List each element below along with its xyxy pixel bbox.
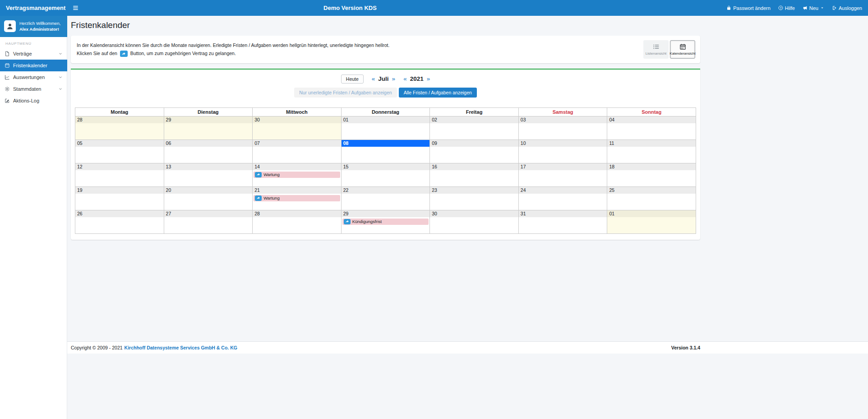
calendar-icon: [5, 63, 10, 68]
sidebar-item-fristenkalender[interactable]: Fristenkalender: [0, 60, 67, 71]
calendar-day-cell-20: 20: [164, 186, 253, 210]
day-number: 10: [519, 140, 607, 147]
weekday-header-montag: Montag: [75, 107, 164, 116]
calendar-day-cell-10: 10: [518, 140, 607, 163]
sidebar-item-label: Auswertungen: [13, 74, 45, 80]
goto-contract-button[interactable]: [255, 172, 262, 177]
calendar-panel: Heute « Juli » « 2021 » Nur unerledigte …: [71, 69, 700, 240]
next-month-arrow[interactable]: »: [392, 75, 396, 82]
year-label: 2021: [410, 75, 424, 82]
topbar-action-label: Passwort ändern: [733, 5, 771, 11]
calendar-day-cell-25: 25: [607, 186, 696, 210]
day-number: 28: [253, 210, 341, 217]
calendar-view-button[interactable]: Kalenderansicht: [670, 40, 695, 59]
day-number: 01: [342, 116, 430, 123]
day-number: 15: [342, 163, 430, 170]
day-number: 26: [75, 210, 164, 217]
day-number: 02: [430, 116, 518, 123]
calendar-event: Wartung: [254, 172, 340, 178]
topbar-action-ausloggen[interactable]: Ausloggen: [832, 5, 862, 11]
sidebar-item-vertraege[interactable]: Verträge: [0, 48, 67, 60]
sidebar-section-label: HAUPTMENÜ: [0, 37, 67, 48]
content-container: Fristenkalender In der Kalenderansicht k…: [71, 20, 700, 240]
sidebar-item-label: Verträge: [13, 51, 32, 56]
next-year-arrow[interactable]: »: [427, 75, 430, 82]
list-view-button[interactable]: Listenansicht: [643, 40, 669, 59]
goto-contract-button[interactable]: [255, 196, 262, 201]
day-number: 17: [519, 163, 607, 170]
info-line-2-prefix: Klicken Sie auf den: [77, 51, 117, 56]
info-line-1: In der Kalenderansicht können Sie durch …: [77, 42, 694, 49]
day-number: 12: [75, 163, 164, 170]
help-icon: ?: [778, 5, 783, 10]
goto-contract-button[interactable]: [344, 219, 351, 224]
company-link[interactable]: Kirchhoff Datensysteme Services GmbH & C…: [125, 345, 237, 350]
month-nav: « Juli »: [372, 75, 395, 82]
topbar-action-neu[interactable]: Neu: [803, 5, 824, 11]
day-number: 30: [253, 116, 341, 123]
day-number: 16: [430, 163, 518, 170]
day-number: 11: [607, 140, 696, 147]
info-line-2: Klicken Sie auf den Button, um zum zugeh…: [77, 50, 694, 57]
calendar-day-cell-13: 13: [164, 163, 253, 186]
weekday-header-donnerstag: Donnerstag: [341, 107, 430, 116]
calendar-day-cell-31: 31: [518, 210, 607, 233]
info-card: In der Kalenderansicht können Sie durch …: [71, 36, 700, 63]
view-toggle-group: Listenansicht Kalenderansicht: [643, 40, 695, 59]
sidebar-item-label: Aktions-Log: [13, 98, 39, 103]
window-title: Demo Version KDS: [0, 5, 700, 11]
day-number: 07: [253, 140, 341, 147]
prev-month-arrow[interactable]: «: [372, 75, 375, 82]
gear-icon: [5, 86, 10, 92]
topbar-action-passwort-aendern[interactable]: Passwort ändern: [726, 5, 771, 11]
day-number: 31: [519, 210, 607, 217]
caret-down-icon: [820, 6, 824, 10]
copyright-text: Copyright © 2009 - 2021: [71, 345, 123, 350]
calendar-view-label: Kalenderansicht: [669, 51, 695, 56]
weekday-header-freitag: Freitag: [430, 107, 519, 116]
day-number: 25: [607, 187, 696, 194]
calendar-day-cell-19: 19: [75, 186, 164, 210]
day-number: 08: [342, 140, 430, 147]
topbar: Vertragsmanagement Demo Version KDS Pass…: [0, 0, 868, 16]
sidebar-item-label: Fristenkalender: [13, 63, 47, 68]
sidebar-item-auswertungen[interactable]: Auswertungen: [0, 71, 67, 83]
weekday-header-dienstag: Dienstag: [164, 107, 253, 116]
weekday-header-row: MontagDienstagMittwochDonnerstagFreitagS…: [75, 107, 696, 116]
calendar-grid-icon: [679, 43, 686, 50]
calendar-day-cell-18: 18: [607, 163, 696, 186]
topbar-action-label: Hilfe: [785, 5, 795, 11]
sidebar-toggle-button[interactable]: [67, 0, 83, 16]
calendar-day-cell-04: 04: [607, 116, 696, 140]
day-number: 13: [164, 163, 253, 170]
app-brand[interactable]: Vertragsmanagement: [0, 5, 67, 11]
calendar-table: MontagDienstagMittwochDonnerstagFreitagS…: [75, 107, 696, 234]
calendar-day-cell-22: 22: [341, 186, 430, 210]
footer: Copyright © 2009 - 2021 Kirchhoff Datens…: [67, 341, 868, 354]
welcome-box: Herzlich Willkommen, Alex Administrator!: [0, 16, 67, 37]
calendar-week-row: 05060708091011: [75, 140, 696, 163]
calendar-day-cell-29: 29: [164, 116, 253, 140]
welcome-line2: Alex Administrator!: [19, 26, 60, 32]
filter-all-button[interactable]: Alle Fristen / Aufgaben anzeigen: [399, 88, 477, 98]
day-number: 24: [519, 187, 607, 194]
day-number: 20: [164, 187, 253, 194]
today-button[interactable]: Heute: [341, 74, 364, 84]
calendar-day-cell-14: 14Wartung: [253, 163, 342, 186]
calendar-filters: Nur unerledigte Fristen / Aufgaben anzei…: [75, 88, 696, 98]
footer-inner: Copyright © 2009 - 2021 Kirchhoff Datens…: [71, 345, 700, 350]
calendar-day-cell-21: 21Wartung: [253, 186, 342, 210]
day-number: 29: [342, 210, 430, 217]
calendar-controls: Heute « Juli » « 2021 »: [75, 74, 696, 84]
sidebar-item-stammdaten[interactable]: Stammdaten: [0, 83, 67, 95]
calendar-day-cell-23: 23: [430, 186, 519, 210]
day-number: 18: [607, 163, 696, 170]
user-icon: [6, 22, 14, 30]
day-number: 23: [430, 187, 518, 194]
svg-text:?: ?: [780, 7, 782, 9]
topbar-action-hilfe[interactable]: ?Hilfe: [778, 5, 795, 11]
sidebar-item-aktions-log[interactable]: Aktions-Log: [0, 95, 67, 107]
prev-year-arrow[interactable]: «: [403, 75, 407, 82]
event-label: Kündigungsfrist: [352, 219, 382, 224]
filter-unfinished-button[interactable]: Nur unerledigte Fristen / Aufgaben anzei…: [294, 88, 397, 98]
